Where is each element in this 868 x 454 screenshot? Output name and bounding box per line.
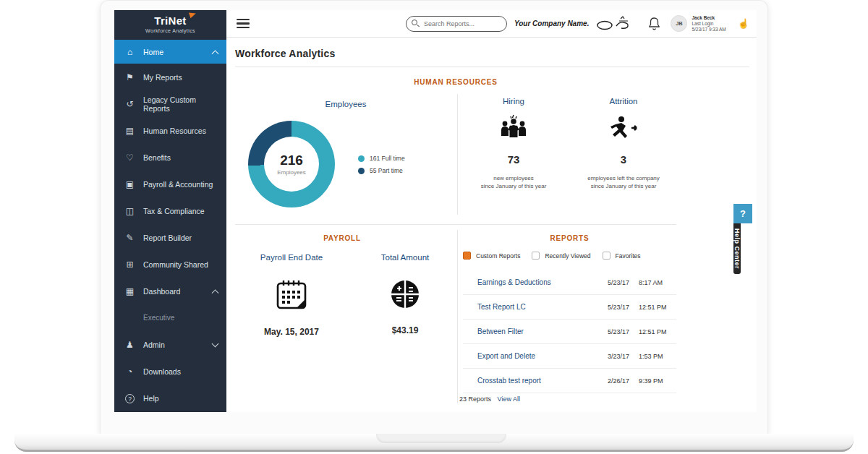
brand-subtitle: Workforce Analytics (114, 28, 226, 33)
report-row[interactable]: Crosstab test report 2/26/17 9:39 PM (463, 369, 676, 393)
download-circle-icon: ◔ (124, 367, 135, 377)
hamburger-menu-icon[interactable] (237, 17, 250, 31)
report-link[interactable]: Between Filter (477, 327, 524, 335)
sidebar-item-community-shared[interactable]: ⊞ Community Shared (114, 251, 226, 278)
laptop-base (14, 434, 854, 452)
divider (235, 67, 749, 67)
sidebar-item-label: Community Shared (143, 260, 208, 269)
sidebar-item-label: Downloads (143, 367, 181, 376)
help-center-label: Help Center (733, 223, 741, 274)
attrition-label: Attrition (566, 97, 681, 106)
brand: TriNet Workforce Analytics (114, 10, 226, 40)
report-date: 5/23/17 (608, 304, 629, 311)
search-input[interactable] (406, 16, 507, 32)
sidebar-item-label: Help (143, 394, 159, 403)
checkbox-favorites[interactable] (603, 252, 610, 260)
main-content: Workforce Analytics HUMAN RESOURCES Empl… (226, 38, 757, 412)
sidebar-item-benefits[interactable]: ♡ Benefits (114, 144, 226, 171)
calendar-icon (275, 278, 308, 311)
sidebar-item-human-resources[interactable]: ▤ Human Resources (114, 117, 226, 144)
grid-icon: ▦ (124, 286, 135, 296)
coin-icon (390, 279, 420, 309)
reports-section-title: REPORTS (463, 234, 676, 242)
sidebar-item-label: Human Resources (143, 127, 206, 135)
sidebar-item-label: Home (143, 48, 163, 56)
legend-dot-fulltime (358, 155, 365, 162)
hiring-caption-1: new employees (456, 174, 571, 182)
payroll-end-date-label: Payroll End Date (237, 253, 346, 262)
sidebar-item-home[interactable]: ⌂ Home (114, 40, 226, 64)
report-date: 3/23/17 (608, 353, 629, 360)
legend-label: 55 Part time (370, 167, 403, 174)
sidebar-item-dashboard[interactable]: ▦ Dashboard (114, 278, 226, 304)
brand-swoosh-icon (189, 11, 197, 18)
app-screen: TriNet Workforce Analytics ⌂ Home ⚑ My R… (114, 10, 757, 412)
last-login-time: 5/23/17 9:33 AM (692, 27, 726, 33)
checkbox-custom-reports[interactable] (463, 252, 471, 260)
attrition-stat: Attrition 3 employees left the company s… (566, 97, 681, 190)
report-row[interactable]: Test Report LC 5/23/17 12:51 PM (463, 295, 676, 320)
checkbox-recently-viewed[interactable] (532, 252, 540, 260)
walkthrough-hand-icon[interactable]: ☝ (738, 18, 749, 29)
report-link[interactable]: Test Report LC (477, 303, 526, 311)
top-bar: Your Company Name. JB Jack Beck Last Log… (226, 10, 757, 38)
search-icon (412, 20, 417, 25)
attrition-value: 3 (566, 153, 681, 166)
total-amount-label: Total Amount (351, 253, 459, 262)
bell-icon[interactable] (648, 17, 660, 30)
sidebar-item-label: Executive (143, 314, 174, 322)
sidebar-item-my-reports[interactable]: ⚑ My Reports (114, 64, 226, 90)
home-icon: ⌂ (124, 47, 135, 57)
flag-icon: ⚑ (124, 72, 135, 82)
legend-item: 55 Part time (358, 167, 405, 174)
sidebar-item-label: Benefits (143, 153, 171, 162)
sidebar-item-payroll-accounting[interactable]: ▣ Payroll & Accounting (114, 171, 226, 197)
new-employees-icon (498, 114, 529, 143)
reports-footer: 23 Reports View All (459, 395, 520, 403)
report-link[interactable]: Earnings & Deductions (477, 278, 551, 286)
view-all-link[interactable]: View All (498, 395, 520, 403)
filter-label: Custom Reports (476, 252, 520, 260)
sidebar-item-tax-compliance[interactable]: ◫ Tax & Compliance (114, 197, 226, 224)
report-row[interactable]: Export and Delete 3/23/17 1:53 PM (463, 344, 676, 369)
company-name: Your Company Name. (514, 20, 590, 27)
search (406, 16, 507, 32)
sidebar-item-label: Payroll & Accounting (143, 180, 213, 189)
legacy-reports-icon: ↺ (124, 99, 135, 109)
sidebar-item-executive[interactable]: Executive (114, 304, 226, 331)
user-name: Jack Beck (692, 15, 726, 21)
report-time: 12:51 PM (639, 304, 667, 311)
filter-label: Recently Viewed (545, 252, 590, 260)
sidebar-item-label: Dashboard (143, 287, 180, 296)
report-link[interactable]: Export and Delete (477, 352, 535, 360)
report-link[interactable]: Crosstab test report (477, 377, 541, 385)
employees-donut-chart: 216 Employees (248, 121, 335, 207)
attrition-caption-2: since January of this year (566, 182, 681, 190)
sidebar-item-report-builder[interactable]: ✎ Report Builder (114, 224, 226, 251)
payroll-section-title: PAYROLL (226, 234, 458, 242)
chevron-down-icon (212, 340, 219, 347)
help-center-tab[interactable]: ? Help Center (733, 204, 752, 274)
chevron-up-icon (212, 289, 219, 296)
employee-leaving-icon (607, 114, 640, 143)
user-icon: ♟ (124, 340, 135, 350)
sidebar-item-legacy-custom-reports[interactable]: ↺ Legacy Custom Reports (114, 90, 226, 117)
legend-dot-parttime (358, 168, 365, 174)
employee-total-label: Employees (277, 169, 306, 176)
reports-count: 23 Reports (459, 395, 491, 403)
avatar[interactable]: JB (671, 15, 687, 32)
report-date: 5/23/17 (608, 279, 629, 286)
hiring-label: Hiring (456, 97, 571, 106)
sidebar-item-admin[interactable]: ♟ Admin (114, 331, 226, 358)
sidebar-item-help[interactable]: ? Help (114, 385, 226, 411)
filter-label: Favorites (616, 252, 641, 260)
sidebar-item-label: My Reports (143, 73, 182, 82)
payroll-end-date: Payroll End Date May. 15, 2017 (237, 253, 346, 337)
sidebar-item-downloads[interactable]: ◔ Downloads (114, 358, 226, 385)
heart-icon: ♡ (124, 153, 135, 163)
laptop-base-notch (376, 434, 506, 443)
pencil-icon: ✎ (124, 233, 135, 243)
report-row[interactable]: Between Filter 5/23/17 12:51 PM (463, 320, 676, 344)
briefcase-icon: ◫ (124, 206, 135, 216)
report-row[interactable]: Earnings & Deductions 5/23/17 8:17 AM (463, 270, 676, 295)
